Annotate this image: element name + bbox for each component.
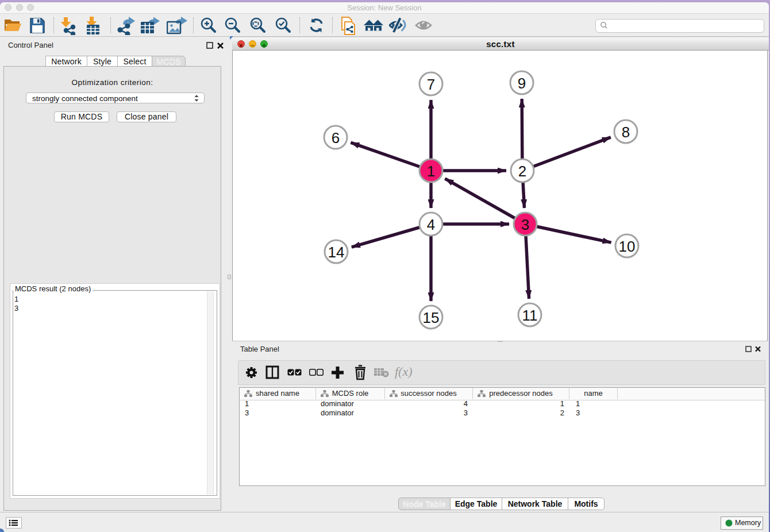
svg-text:9: 9 [518, 75, 526, 92]
svg-text:3: 3 [521, 216, 529, 233]
svg-text:7: 7 [427, 76, 435, 93]
svg-text:15: 15 [423, 309, 440, 326]
svg-text:6: 6 [332, 129, 340, 147]
svg-text:4: 4 [427, 216, 435, 233]
svg-text:1: 1 [427, 163, 435, 180]
svg-text:2: 2 [518, 163, 526, 180]
svg-text:14: 14 [328, 244, 345, 261]
svg-text:8: 8 [622, 124, 630, 141]
svg-text:11: 11 [522, 307, 538, 324]
svg-text:10: 10 [619, 238, 636, 255]
